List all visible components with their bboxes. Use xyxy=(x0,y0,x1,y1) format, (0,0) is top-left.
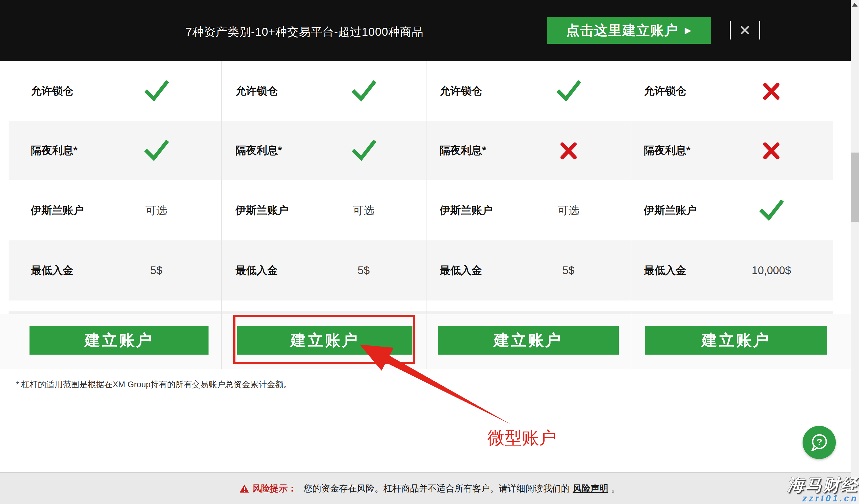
column-divider xyxy=(631,61,631,369)
create-account-button[interactable]: 建立账户 xyxy=(30,326,209,355)
check-icon xyxy=(144,80,169,101)
risk-label: 风险提示： xyxy=(252,483,297,494)
risk-disclaimer-bar: 风险提示： 您的资金存在风险。杠杆商品并不适合所有客户。请详细阅读我们的风险声明… xyxy=(0,472,859,504)
check-icon xyxy=(556,80,581,101)
separator-bar xyxy=(759,21,760,40)
table-cell: 允许锁仓 xyxy=(631,61,833,121)
row-label: 伊斯兰账户 xyxy=(426,203,518,218)
cell-value-text: 可选 xyxy=(353,203,375,218)
cell-value: 可选 xyxy=(104,203,209,218)
cell-value: 可选 xyxy=(518,203,618,218)
separator-bar xyxy=(730,21,731,40)
table-cell: 伊斯兰账户可选 xyxy=(426,180,631,240)
row-stripe xyxy=(9,121,833,180)
cell-value xyxy=(518,80,618,101)
row-stripe xyxy=(9,240,833,300)
row-label: 允许锁仓 xyxy=(9,84,104,98)
create-account-button[interactable]: 建立账户 xyxy=(645,326,827,355)
annotation-label: 微型账户 xyxy=(487,426,556,450)
risk-body-text: 您的资金存在风险。杠杆商品并不适合所有客户。请详细阅读我们的 xyxy=(304,483,570,494)
help-chat-button[interactable]: ? xyxy=(802,426,836,459)
cell-value-text: 可选 xyxy=(146,203,167,218)
row-label: 伊斯兰账户 xyxy=(222,203,314,218)
column-divider xyxy=(426,61,426,369)
risk-suffix: 。 xyxy=(611,483,620,494)
scroll-up-arrow-icon[interactable] xyxy=(852,3,858,6)
cross-icon xyxy=(763,82,780,100)
column-divider xyxy=(221,61,222,369)
row-label: 允许锁仓 xyxy=(222,84,314,98)
cell-value xyxy=(722,200,821,221)
row-label: 伊斯兰账户 xyxy=(9,203,104,218)
table-cell: 伊斯兰账户可选 xyxy=(222,180,426,240)
risk-statement-link[interactable]: 风险声明 xyxy=(573,483,608,494)
cell-value xyxy=(314,80,413,101)
cta-label: 点击这里建立账户 xyxy=(566,21,678,40)
row-label: 伊斯兰账户 xyxy=(631,203,722,218)
row-label: 允许锁仓 xyxy=(631,84,722,98)
promo-title: 7种资产类别-10+种交易平台-超过1000种商品 xyxy=(186,24,424,40)
cell-value xyxy=(722,82,821,100)
svg-text:?: ? xyxy=(817,437,822,447)
warning-triangle-icon xyxy=(239,484,250,493)
cell-value: 可选 xyxy=(314,203,413,218)
arrow-right-icon: ▶ xyxy=(684,26,692,35)
row-label: 允许锁仓 xyxy=(426,84,518,98)
check-icon xyxy=(759,200,784,221)
section-divider xyxy=(9,311,833,314)
promo-top-bar: 7种资产类别-10+种交易平台-超过1000种商品 点击这里建立账户 ▶ ✕ xyxy=(0,0,851,61)
table-cell: 允许锁仓 xyxy=(426,61,631,121)
leverage-footnote: * 杠杆的适用范围是根据在XM Group持有的所有交易账户总资金累计金额。 xyxy=(16,379,292,390)
table-cell: 伊斯兰账户 xyxy=(631,180,833,240)
table-cell: 伊斯兰账户可选 xyxy=(9,180,221,240)
create-account-button[interactable]: 建立账户 xyxy=(237,326,412,355)
table-cell: 允许锁仓 xyxy=(222,61,426,121)
table-cell: 允许锁仓 xyxy=(9,61,221,121)
cell-value-text: 可选 xyxy=(558,203,579,218)
cell-value xyxy=(104,80,209,101)
check-icon xyxy=(351,80,376,101)
question-bubble-icon: ? xyxy=(809,432,829,453)
vertical-scrollbar[interactable] xyxy=(851,0,859,504)
close-group: ✕ xyxy=(730,21,760,40)
create-account-cta-button[interactable]: 点击这里建立账户 ▶ xyxy=(547,17,711,44)
scrollbar-thumb[interactable] xyxy=(851,153,859,222)
close-icon[interactable]: ✕ xyxy=(738,23,752,38)
create-account-button[interactable]: 建立账户 xyxy=(438,326,619,355)
